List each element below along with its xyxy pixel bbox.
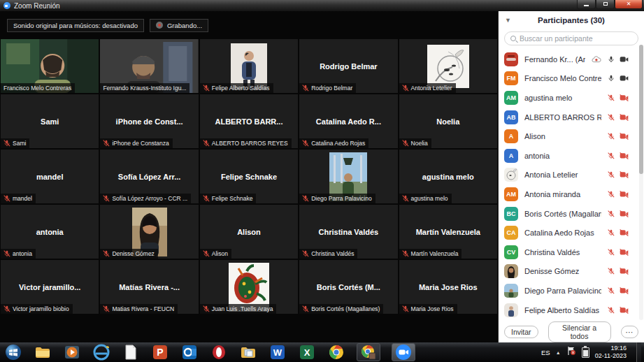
participant-list-item[interactable]: Denisse Gómez xyxy=(499,262,644,282)
taskbar-chrome-icon[interactable] xyxy=(327,343,345,361)
taskbar-documents-folder-icon[interactable] xyxy=(239,343,257,361)
camera-status-icon[interactable] xyxy=(620,307,629,314)
mic-status-icon[interactable] xyxy=(608,210,615,217)
taskbar-notepad-icon[interactable] xyxy=(122,343,140,361)
scrollbar-thumb[interactable] xyxy=(639,45,643,174)
participant-list-item[interactable]: CV Christina Valdés xyxy=(499,242,644,262)
mic-status-icon[interactable] xyxy=(608,75,615,82)
mic-status-icon[interactable] xyxy=(608,133,615,140)
video-tile[interactable]: Diego Parra Palavicino xyxy=(299,150,397,203)
participant-list-item[interactable]: Diego Parra Palavicino xyxy=(499,281,644,301)
participant-list-item[interactable]: AM Antonia miranda xyxy=(499,184,644,204)
camera-status-icon[interactable] xyxy=(620,75,629,82)
video-tile[interactable]: Victor jaramillo... Victor jaramillo bio… xyxy=(1,260,99,314)
camera-status-icon[interactable] xyxy=(620,56,629,63)
video-tile[interactable]: Felipe Schnake Felipe Schnake xyxy=(200,150,298,203)
participant-list-item[interactable]: AM agustina melo xyxy=(499,88,644,108)
maximize-button[interactable] xyxy=(596,0,615,9)
mic-status-icon[interactable] xyxy=(608,249,615,256)
minimize-button[interactable] xyxy=(577,0,596,9)
scrollbar-track[interactable] xyxy=(639,45,643,320)
chevron-down-icon[interactable]: ▼ xyxy=(505,17,511,24)
show-desktop-button[interactable] xyxy=(636,342,641,362)
mic-status-icon[interactable] xyxy=(608,287,615,294)
video-tile[interactable]: Alison Alison xyxy=(200,205,298,259)
clock[interactable]: 19:16 02-11-2023 xyxy=(595,345,627,361)
video-tile[interactable]: Matías Rivera -... Matias Rivera - FEUCN xyxy=(100,260,198,314)
camera-status-icon[interactable] xyxy=(620,133,629,140)
mic-status-icon[interactable] xyxy=(608,307,615,314)
camera-status-icon[interactable] xyxy=(620,94,629,101)
video-tile[interactable]: Antonia Letelier xyxy=(399,39,497,93)
video-tile[interactable]: Noelia Noelia xyxy=(399,94,497,148)
camera-status-icon[interactable] xyxy=(620,191,629,198)
taskbar-media-player-icon[interactable] xyxy=(63,343,81,361)
mic-status-icon[interactable] xyxy=(608,268,615,275)
more-options-button[interactable]: ⋯ xyxy=(621,326,639,338)
search-input[interactable] xyxy=(520,34,632,43)
hidden-icons-arrow[interactable]: ▲ xyxy=(556,350,561,355)
video-tile[interactable]: Felipe Alberto Saldías xyxy=(200,39,298,93)
video-tile[interactable]: agustina melo agustina melo xyxy=(399,150,497,203)
taskbar-opera-icon[interactable] xyxy=(210,343,228,361)
mic-status-icon[interactable] xyxy=(608,171,615,178)
camera-status-icon[interactable] xyxy=(620,249,629,256)
video-tile[interactable]: Christina Valdés Christina Valdés xyxy=(299,205,397,259)
video-tile[interactable]: mandel mandel xyxy=(1,150,99,203)
camera-status-icon[interactable] xyxy=(620,114,629,121)
language-indicator[interactable]: ES xyxy=(541,349,550,356)
recording-indicator[interactable]: Grabando... xyxy=(150,19,208,32)
camera-status-icon[interactable] xyxy=(620,152,629,159)
participant-list-item[interactable]: BC Boris Cortés (Magallanes) xyxy=(499,204,644,224)
mute-all-button[interactable]: Silenciar a todos xyxy=(548,321,611,342)
video-tile[interactable]: iPhone de Const... iPhone de Constanza xyxy=(100,94,198,148)
participant-list-item[interactable]: Antonia Letelier xyxy=(499,166,644,185)
video-tile[interactable]: Fernando Krauss-Instituto Igu... xyxy=(100,39,198,93)
participant-list-item[interactable]: Felipe Alberto Saldías xyxy=(499,301,644,320)
video-tile[interactable]: Boris Cortés (M... Boris Cortés (Magalla… xyxy=(299,260,397,314)
taskbar-start-icon[interactable] xyxy=(4,343,22,361)
participant-search[interactable] xyxy=(504,31,638,45)
video-tile[interactable]: Rodrigo Belmar Rodrigo Belmar xyxy=(299,39,397,93)
taskbar-explorer-icon[interactable] xyxy=(34,343,52,361)
video-tile[interactable]: antonia antonia xyxy=(1,205,99,259)
video-tile[interactable]: Catalina Aedo R... Catalina Aedo Rojas xyxy=(299,94,397,148)
camera-status-icon[interactable] xyxy=(620,229,629,236)
mic-status-icon[interactable] xyxy=(608,94,615,101)
camera-status-icon[interactable] xyxy=(620,287,629,294)
participant-list-item[interactable]: Fernando Kr... (Anfitrión, yo) xyxy=(499,50,644,69)
camera-status-icon[interactable] xyxy=(620,210,629,217)
participant-list-item[interactable]: FM Francisco Melo Contreras xyxy=(499,69,644,89)
camera-status-icon[interactable] xyxy=(620,171,629,178)
taskbar-excel-icon[interactable]: X xyxy=(298,343,316,361)
camera-status-icon[interactable] xyxy=(620,268,629,275)
taskbar-word-icon[interactable]: W xyxy=(269,343,287,361)
mic-status-icon[interactable] xyxy=(608,191,615,198)
taskbar-chrome-window-icon[interactable] xyxy=(357,343,380,361)
video-tile[interactable]: Martín Valenzuela Martín Valenzuela xyxy=(399,205,497,259)
participant-list-item[interactable]: CA Catalina Aedo Rojas xyxy=(499,223,644,242)
mic-status-icon[interactable] xyxy=(608,56,615,63)
taskbar-internet-explorer-icon[interactable] xyxy=(92,343,110,361)
action-center-flag-icon[interactable] xyxy=(566,346,576,359)
video-tile[interactable]: Denisse Gómez xyxy=(100,205,198,259)
invite-button[interactable]: Invitar xyxy=(504,326,538,338)
video-tile[interactable]: Juan Luis .Tuells Araya xyxy=(200,260,298,314)
video-tile[interactable]: Maria Jose Rios Maria Jose Rios xyxy=(399,260,497,314)
close-button[interactable]: ✕ xyxy=(615,0,643,9)
original-sound-toggle[interactable]: Sonido original para músicos: desactivad… xyxy=(7,19,144,32)
taskbar-zoom-icon[interactable] xyxy=(392,343,415,361)
video-tile[interactable]: ALBERTO BARR... ALBERTO BARROS REYES xyxy=(200,94,298,148)
mic-status-icon[interactable] xyxy=(608,114,615,121)
participant-list-item[interactable]: A antonia xyxy=(499,146,644,166)
mic-status-icon[interactable] xyxy=(608,229,615,236)
taskbar-outlook-icon[interactable] xyxy=(180,343,199,361)
participant-list-item[interactable]: A Alison xyxy=(499,126,644,146)
mic-status-icon[interactable] xyxy=(608,152,615,159)
battery-icon[interactable] xyxy=(582,347,589,358)
video-tile[interactable]: Francisco Melo Contreras xyxy=(1,39,99,93)
video-tile[interactable]: Sami Sami xyxy=(1,94,99,148)
participant-list-item[interactable]: AB ALBERTO BARROS REYES xyxy=(499,108,644,127)
video-tile[interactable]: Sofía López Arr... Sofía López Arroyo - … xyxy=(100,150,198,203)
taskbar-powerpoint-icon[interactable]: P xyxy=(151,343,169,361)
